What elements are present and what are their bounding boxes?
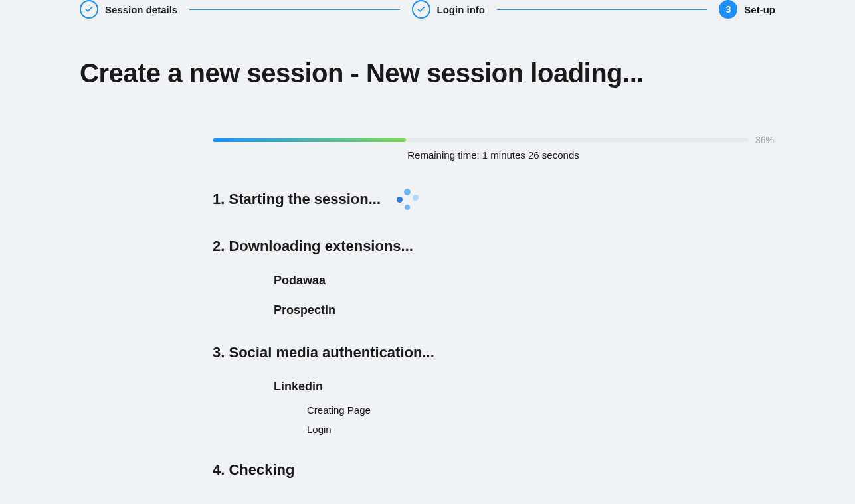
stepper-connector <box>497 9 707 10</box>
stepper-step-setup[interactable]: 3 Set-up <box>719 0 775 19</box>
setup-steps-list: 1. Starting the session... 2. Downloadin… <box>213 187 774 479</box>
social-substep: Creating Page <box>307 404 774 416</box>
setup-step-title: 3. Social media authentication... <box>213 344 434 361</box>
stepper-connector <box>189 9 399 10</box>
setup-step-starting: 1. Starting the session... <box>213 187 774 211</box>
extension-item: Prospectin <box>274 303 774 317</box>
social-substep: Login <box>307 424 774 435</box>
setup-step-title: 2. Downloading extensions... <box>213 238 413 255</box>
stepper-step-session-details[interactable]: Session details <box>80 0 177 19</box>
extension-item: Podawaa <box>274 274 774 288</box>
check-icon <box>80 0 98 19</box>
stepper-step-login-info[interactable]: Login info <box>412 0 485 19</box>
social-account-item: Linkedin Creating Page Login <box>274 380 774 435</box>
step-number-badge: 3 <box>719 0 737 19</box>
stepper-label: Set-up <box>744 4 775 15</box>
stepper-label: Session details <box>105 4 177 15</box>
setup-step-title: 1. Starting the session... <box>213 191 381 208</box>
social-account-name: Linkedin <box>274 380 323 393</box>
setup-step-extensions: 2. Downloading extensions... Podawaa Pro… <box>213 238 774 317</box>
progress-section: 36% Remaining time: 1 minutes 26 seconds <box>213 135 774 161</box>
progress-fill <box>213 138 406 142</box>
page-title: Create a new session - New session loadi… <box>80 58 775 88</box>
setup-step-checking: 4. Checking <box>213 462 774 479</box>
progress-bar <box>213 138 749 142</box>
stepper-label: Login info <box>437 4 485 15</box>
loading-spinner-icon <box>395 187 419 211</box>
remaining-time-label: Remaining time: 1 minutes 26 seconds <box>213 149 774 161</box>
setup-step-title: 4. Checking <box>213 462 294 479</box>
setup-step-social-auth: 3. Social media authentication... Linked… <box>213 344 774 435</box>
wizard-stepper: Session details Login info 3 Set-up <box>80 0 775 19</box>
progress-percent: 36% <box>755 135 774 145</box>
check-icon <box>412 0 430 19</box>
